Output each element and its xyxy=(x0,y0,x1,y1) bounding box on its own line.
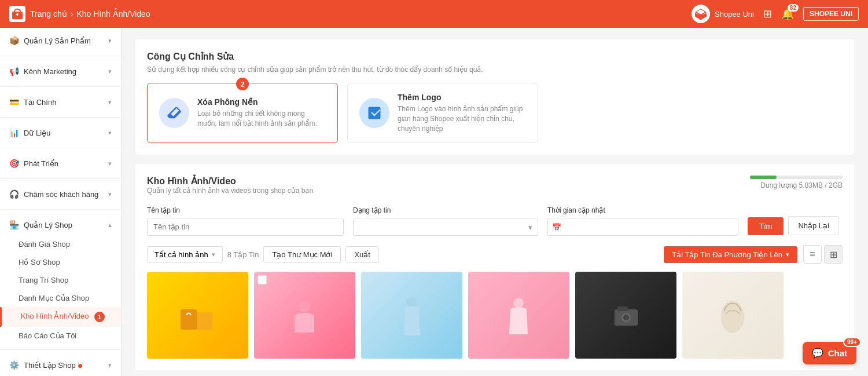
chevron-down-icon: ▾ xyxy=(108,37,112,45)
sidebar-item-bao-cao-cua-toi[interactable]: Báo Cáo Của Tôi xyxy=(0,327,121,345)
sidebar-section-phat-trien: 🎯Phát Triển ▾ xyxy=(0,151,121,176)
sidebar-item-quan-ly-san-pham[interactable]: 📦Quản Lý Sản Phẩm ▾ xyxy=(0,30,121,51)
media-title-wrap: Kho Hình Ảnh/Video Quản lý tất cả hình ả… xyxy=(147,176,313,204)
grid-view-button[interactable]: ⊞ xyxy=(824,245,843,264)
storage-bar xyxy=(750,176,777,179)
sidebar-item-tai-chinh[interactable]: 💳Tài Chính ▾ xyxy=(0,92,121,112)
sidebar-item-cham-soc-khach-hang[interactable]: 🎧Chăm sóc khách hàng ▾ xyxy=(0,184,121,205)
create-folder-button[interactable]: Tạo Thư Mục Mới xyxy=(263,246,341,263)
tool-section-description: Sử dụng kết hợp nhiều công cụ chỉnh sửa … xyxy=(147,65,843,74)
sidebar-label-kenh-marketing: Kênh Marketing xyxy=(24,67,76,76)
tool-card-text-logo: Thêm Logo Thêm Logo vào hình ảnh sản phẩ… xyxy=(398,93,526,133)
sidebar-item-danh-gia-shop[interactable]: Đánh Giá Shop xyxy=(0,235,121,253)
tool-card-them-logo[interactable]: Thêm Logo Thêm Logo vào hình ảnh sản phẩ… xyxy=(347,83,538,143)
svg-point-4 xyxy=(513,298,524,308)
image-item-3[interactable] xyxy=(361,272,462,359)
filter-group-file-type: Dạng tập tin Hình ảnh Video xyxy=(353,206,538,236)
sidebar-section-quan-ly-shop: 🏪Quản Lý Shop ▴ Đánh Giá Shop Hồ Sơ Shop… xyxy=(0,212,121,347)
badge-1: 1 xyxy=(94,312,105,322)
tool-card-xoa-phong-nen[interactable]: Xóa Phông Nền Loại bỏ những chi tiết khô… xyxy=(147,83,338,143)
sidebar-section-cham-soc: 🎧Chăm sóc khách hàng ▾ xyxy=(0,181,121,207)
files-count: 8 Tập Tin xyxy=(227,250,259,259)
chevron-down-icon: ▾ xyxy=(108,191,112,198)
toolbar: Tất cả hình ảnh ▾ 8 Tập Tin Tạo Thư Mục … xyxy=(147,245,843,264)
chevron-up-icon: ▴ xyxy=(108,221,112,229)
svg-point-9 xyxy=(721,301,744,333)
reset-button[interactable]: Nhập Lại xyxy=(788,216,839,235)
toolbar-left: Tất cả hình ảnh ▾ 8 Tập Tin Tạo Thư Mục … xyxy=(147,246,658,263)
rocket-icon: 🎯 xyxy=(9,159,19,168)
image-item-6[interactable] xyxy=(682,272,784,359)
breadcrumb-current: Kho Hình Ảnh/Video xyxy=(76,9,150,19)
svg-point-3 xyxy=(407,297,417,307)
breadcrumb-home[interactable]: Trang chủ xyxy=(30,9,67,19)
tool-card-desc-logo: Thêm Logo vào hình ảnh sản phẩm giúp gia… xyxy=(398,104,526,133)
tool-section-title: Công Cụ Chỉnh Sửa xyxy=(147,51,843,62)
image-item-1[interactable] xyxy=(147,272,248,359)
top-navigation: Trang chủ › Kho Hình Ảnh/Video Shopee Un… xyxy=(0,0,868,28)
chevron-down-icon: ▾ xyxy=(108,362,112,369)
notification-button[interactable]: 🔔 82 xyxy=(781,8,794,20)
money-icon: 💳 xyxy=(9,97,19,107)
chart-icon: 📊 xyxy=(9,128,19,137)
shopee-logo[interactable] xyxy=(9,6,25,22)
list-view-button[interactable]: ≡ xyxy=(803,245,822,264)
sidebar-section-data: 📊Dữ Liệu ▾ xyxy=(0,120,121,145)
filter-label-file-type: Dạng tập tin xyxy=(353,206,538,214)
main-layout: 📦Quản Lý Sản Phẩm ▾ 📢Kênh Marketing ▾ 💳T… xyxy=(0,28,868,376)
chat-label: Chat xyxy=(828,348,847,358)
sidebar-label-quan-ly-san-pham: Quản Lý Sản Phẩm xyxy=(24,36,91,45)
image-item-4[interactable] xyxy=(468,272,569,359)
image-grid xyxy=(147,272,843,359)
filter-label-file-name: Tên tập tin xyxy=(147,206,344,214)
sidebar-item-du-lieu[interactable]: 📊Dữ Liệu ▾ xyxy=(0,122,121,143)
search-button[interactable]: Tìm xyxy=(748,217,784,235)
image-item-2[interactable] xyxy=(254,272,355,359)
media-header: Kho Hình Ảnh/Video Quản lý tất cả hình ả… xyxy=(147,176,843,204)
shopee-uni-section: Shopee Uni xyxy=(692,5,754,23)
grid-icon[interactable]: ⊞ xyxy=(763,8,772,20)
sidebar-item-kho-hinh-anh-video[interactable]: Kho Hình Ảnh/Video 1 xyxy=(0,307,121,327)
sidebar-item-quan-ly-shop[interactable]: 🏪Quản Lý Shop ▴ xyxy=(0,214,121,235)
settings-icon: ⚙️ xyxy=(9,360,19,370)
tool-card-desc-xoa: Loại bỏ những chi tiết không mong muốn, … xyxy=(197,109,326,129)
megaphone-icon: 📢 xyxy=(9,67,19,76)
tool-card-title-xoa: Xóa Phông Nền xyxy=(197,97,326,107)
chevron-down-icon: ▾ xyxy=(108,98,112,106)
tool-section: Công Cụ Chỉnh Sửa Sử dụng kết hợp nhiều … xyxy=(135,39,854,155)
shop-icon: 🏪 xyxy=(9,220,19,229)
storage-text: Dung lượng 5.83MB / 2GB xyxy=(760,181,843,189)
settings-dot xyxy=(78,364,82,368)
sidebar-item-thiet-lap-shop[interactable]: ⚙️Thiết Lập Shop ▾ xyxy=(0,355,121,375)
chevron-down-icon: ▾ xyxy=(212,251,215,258)
all-images-dropdown[interactable]: Tất cả hình ảnh ▾ xyxy=(147,246,223,263)
sidebar-item-trang-tri-shop[interactable]: Trang Trí Shop xyxy=(0,271,121,289)
upload-button[interactable]: Tải Tập Tin Đa Phương Tiện Lên ▾ xyxy=(664,246,797,263)
sidebar-section-thiet-lap-shop: ⚙️Thiết Lập Shop ▾ xyxy=(0,352,121,376)
filter-select-file-type[interactable]: Hình ảnh Video xyxy=(353,218,538,236)
filter-date-wrap xyxy=(547,218,738,236)
box-icon: 📦 xyxy=(9,36,19,45)
badge-2: 2 xyxy=(236,78,249,90)
svg-point-2 xyxy=(299,301,310,312)
filter-group-date: Thời gian cập nhật xyxy=(547,206,738,236)
sidebar-item-kenh-marketing[interactable]: 📢Kênh Marketing ▾ xyxy=(0,61,121,82)
filter-input-date[interactable] xyxy=(547,218,738,236)
image-checkbox-2[interactable] xyxy=(258,275,267,284)
sidebar-label-tai-chinh: Tài Chính xyxy=(24,98,56,107)
shopee-uni-button[interactable]: SHOPEE UNI xyxy=(803,7,859,21)
filters: Tên tập tin Dạng tập tin Hình ảnh Video … xyxy=(147,206,843,236)
filter-group-file-name: Tên tập tin xyxy=(147,206,344,236)
chat-icon: 💬 xyxy=(812,348,823,359)
export-button[interactable]: Xuất xyxy=(345,246,379,263)
sidebar-section-marketing: 📢Kênh Marketing ▾ xyxy=(0,59,121,84)
media-section: Kho Hình Ảnh/Video Quản lý tất cả hình ả… xyxy=(135,164,854,370)
chat-button[interactable]: 💬 Chat 99+ xyxy=(803,342,856,364)
active-indicator xyxy=(0,307,2,327)
sidebar-item-phat-trien[interactable]: 🎯Phát Triển ▾ xyxy=(0,153,121,174)
image-item-5[interactable] xyxy=(575,272,676,359)
sidebar-item-danh-muc-cua-shop[interactable]: Danh Mục Của Shop xyxy=(0,289,121,307)
sidebar-item-ho-so-shop[interactable]: Hồ Sơ Shop xyxy=(0,253,121,271)
svg-point-8 xyxy=(623,315,629,320)
filter-input-file-name[interactable] xyxy=(147,218,344,236)
